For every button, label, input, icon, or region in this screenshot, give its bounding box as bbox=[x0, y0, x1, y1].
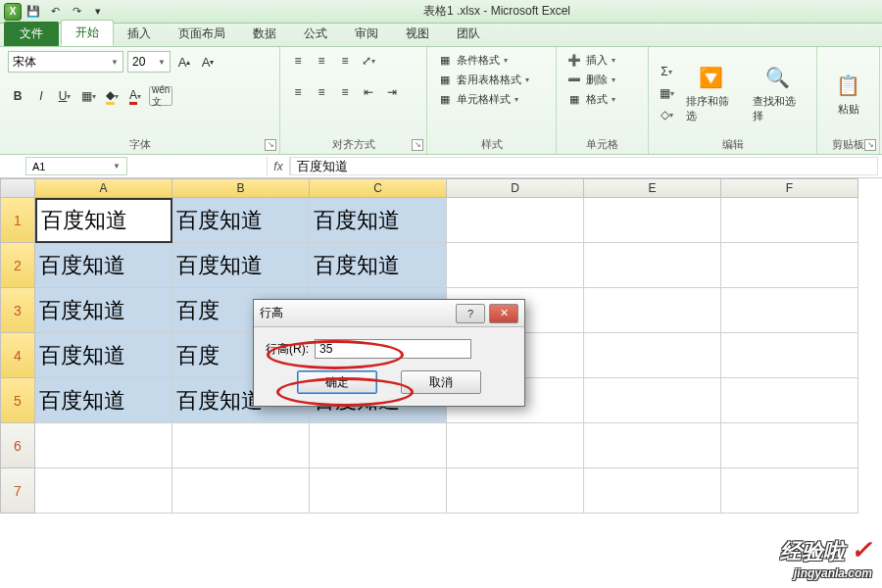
delete-cells-button[interactable]: ➖删除▾ bbox=[564, 71, 640, 88]
undo-button[interactable]: ↶ bbox=[45, 3, 65, 21]
cell-E4[interactable] bbox=[584, 333, 721, 378]
align-dialog-launcher[interactable]: ↘ bbox=[412, 139, 423, 151]
col-header-A[interactable]: A bbox=[35, 178, 172, 198]
cell-A7[interactable] bbox=[35, 468, 172, 514]
dialog-close-button[interactable]: ✕ bbox=[489, 304, 518, 323]
phonetic-button[interactable]: wén文 bbox=[149, 86, 172, 106]
bold-button[interactable]: B bbox=[8, 86, 27, 106]
cell-F6[interactable] bbox=[721, 423, 858, 468]
cell-B1[interactable]: 百度知道 bbox=[172, 198, 310, 243]
tab-team[interactable]: 团队 bbox=[443, 22, 494, 46]
col-header-C[interactable]: C bbox=[310, 178, 447, 198]
tab-review[interactable]: 审阅 bbox=[341, 22, 392, 46]
cell-E7[interactable] bbox=[584, 468, 721, 514]
align-bottom-icon[interactable]: ≡ bbox=[335, 51, 355, 71]
cell-F2[interactable] bbox=[721, 243, 858, 288]
font-dialog-launcher[interactable]: ↘ bbox=[265, 139, 276, 151]
cell-A4[interactable]: 百度知道 bbox=[35, 333, 172, 378]
cell-D6[interactable] bbox=[447, 423, 584, 468]
cell-E2[interactable] bbox=[584, 243, 721, 288]
align-left-icon[interactable]: ≡ bbox=[288, 82, 308, 102]
underline-button[interactable]: U▾ bbox=[55, 86, 74, 106]
cell-E1[interactable] bbox=[584, 198, 721, 243]
save-button[interactable]: 💾 bbox=[24, 3, 43, 21]
align-center-icon[interactable]: ≡ bbox=[312, 82, 331, 102]
cell-style-button[interactable]: ▦单元格样式▾ bbox=[435, 90, 548, 108]
increase-indent-icon[interactable]: ⇥ bbox=[382, 82, 402, 102]
row-header-7[interactable]: 7 bbox=[0, 468, 35, 514]
name-box[interactable]: A1▼ bbox=[25, 157, 127, 175]
font-name-combo[interactable]: 宋体▼ bbox=[8, 51, 123, 73]
tab-home[interactable]: 开始 bbox=[61, 20, 114, 46]
find-select-button[interactable]: 🔍 查找和选择 bbox=[747, 61, 809, 125]
cell-A3[interactable]: 百度知道 bbox=[35, 288, 172, 333]
cell-F7[interactable] bbox=[721, 468, 858, 514]
orientation-icon[interactable]: ⤢▾ bbox=[359, 51, 378, 71]
cell-C2[interactable]: 百度知道 bbox=[310, 243, 447, 288]
formula-input[interactable]: 百度知道 bbox=[290, 157, 878, 175]
row-header-5[interactable]: 5 bbox=[0, 378, 35, 423]
qat-customize[interactable]: ▾ bbox=[88, 3, 108, 21]
cell-A5[interactable]: 百度知道 bbox=[35, 378, 172, 423]
row-header-6[interactable]: 6 bbox=[0, 423, 35, 468]
cell-C7[interactable] bbox=[310, 468, 447, 514]
tab-data[interactable]: 数据 bbox=[239, 22, 290, 46]
tab-formula[interactable]: 公式 bbox=[290, 22, 341, 46]
cell-B7[interactable] bbox=[172, 468, 310, 514]
select-all-corner[interactable] bbox=[0, 178, 35, 198]
dialog-cancel-button[interactable]: 取消 bbox=[401, 370, 481, 394]
fx-button[interactable]: fx bbox=[267, 157, 290, 175]
row-header-2[interactable]: 2 bbox=[0, 243, 35, 288]
cell-E3[interactable] bbox=[584, 288, 721, 333]
cell-D7[interactable] bbox=[447, 468, 584, 514]
tab-layout[interactable]: 页面布局 bbox=[165, 22, 239, 46]
row-header-1[interactable]: 1 bbox=[0, 198, 35, 243]
increase-font-icon[interactable]: A▴ bbox=[174, 52, 194, 72]
clipboard-dialog-launcher[interactable]: ↘ bbox=[864, 139, 876, 151]
tab-view[interactable]: 视图 bbox=[392, 22, 443, 46]
col-header-E[interactable]: E bbox=[584, 178, 721, 198]
fill-icon[interactable]: ▦▾ bbox=[657, 83, 676, 103]
font-color-button[interactable]: A▾ bbox=[125, 86, 145, 106]
cell-A6[interactable] bbox=[35, 423, 172, 468]
cell-F3[interactable] bbox=[721, 288, 858, 333]
fill-color-button[interactable]: ◆▾ bbox=[102, 86, 122, 106]
conditional-format-button[interactable]: ▦条件格式▾ bbox=[435, 51, 548, 69]
insert-cells-button[interactable]: ➕插入▾ bbox=[564, 51, 640, 69]
cell-B2[interactable]: 百度知道 bbox=[172, 243, 310, 288]
font-size-combo[interactable]: 20▼ bbox=[127, 51, 171, 73]
dialog-help-button[interactable]: ? bbox=[456, 304, 485, 323]
redo-button[interactable]: ↷ bbox=[67, 3, 86, 21]
cell-B6[interactable] bbox=[172, 423, 310, 468]
align-middle-icon[interactable]: ≡ bbox=[312, 51, 331, 71]
row-header-3[interactable]: 3 bbox=[0, 288, 35, 333]
col-header-D[interactable]: D bbox=[447, 178, 584, 198]
row-height-input[interactable] bbox=[315, 339, 471, 359]
autosum-icon[interactable]: Σ▾ bbox=[657, 62, 676, 81]
cell-D1[interactable] bbox=[447, 198, 584, 243]
italic-button[interactable]: I bbox=[31, 86, 51, 106]
col-header-B[interactable]: B bbox=[172, 178, 310, 198]
cell-A2[interactable]: 百度知道 bbox=[35, 243, 172, 288]
cell-E5[interactable] bbox=[584, 378, 721, 423]
decrease-font-icon[interactable]: A▾ bbox=[198, 52, 218, 72]
tab-file[interactable]: 文件 bbox=[4, 22, 59, 46]
sort-filter-button[interactable]: 🔽 排序和筛选 bbox=[680, 61, 743, 125]
border-button[interactable]: ▦▾ bbox=[78, 86, 98, 106]
cell-F4[interactable] bbox=[721, 333, 858, 378]
cell-A1[interactable]: 百度知道 bbox=[35, 198, 172, 243]
tab-insert[interactable]: 插入 bbox=[114, 22, 165, 46]
format-cells-button[interactable]: ▦格式▾ bbox=[564, 90, 640, 108]
paste-button[interactable]: 📋 粘贴 bbox=[825, 69, 872, 119]
table-format-button[interactable]: ▦套用表格格式▾ bbox=[435, 71, 548, 88]
cell-C1[interactable]: 百度知道 bbox=[310, 198, 447, 243]
decrease-indent-icon[interactable]: ⇤ bbox=[359, 82, 378, 102]
clear-icon[interactable]: ◇▾ bbox=[657, 105, 676, 124]
cell-D2[interactable] bbox=[447, 243, 584, 288]
cell-E6[interactable] bbox=[584, 423, 721, 468]
dialog-ok-button[interactable]: 确定 bbox=[297, 370, 377, 394]
cell-F1[interactable] bbox=[721, 198, 858, 243]
cell-C6[interactable] bbox=[310, 423, 447, 468]
cell-F5[interactable] bbox=[721, 378, 858, 423]
align-right-icon[interactable]: ≡ bbox=[335, 82, 355, 102]
